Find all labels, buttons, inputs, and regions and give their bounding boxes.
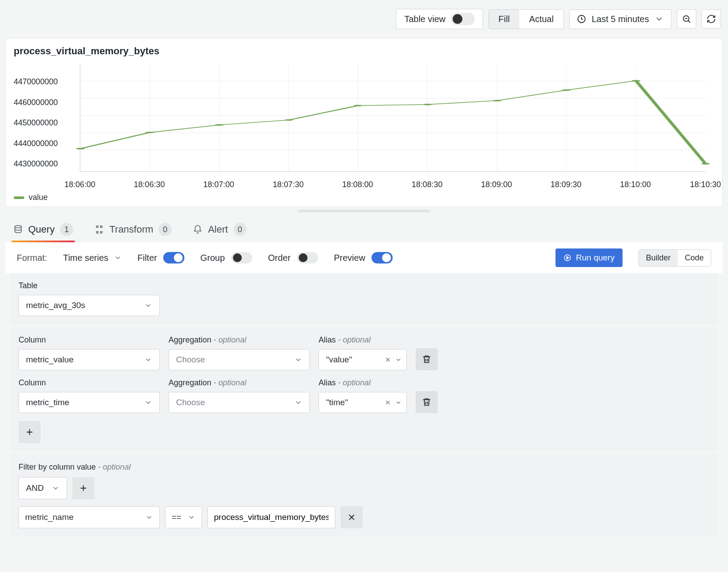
delete-row-button[interactable]	[416, 391, 438, 413]
tab-transform[interactable]: Transform 0	[94, 223, 172, 242]
add-column-button[interactable]	[19, 421, 41, 443]
table-section: Table metric_avg_30s	[11, 273, 717, 324]
table-select[interactable]: metric_avg_30s	[19, 295, 160, 316]
aggregation-select[interactable]: Choose	[169, 349, 310, 370]
column-label: Column	[19, 378, 160, 388]
chevron-down-icon	[114, 254, 122, 262]
bottom-tabs: Query 1 Transform 0 Alert 0	[5, 212, 723, 242]
filter-label: Filter	[138, 253, 157, 263]
legend-label: value	[29, 193, 48, 202]
aggregation-label: Aggregation - optional	[169, 335, 310, 345]
preview-label: Preview	[334, 253, 365, 263]
zoom-out-icon	[682, 14, 691, 24]
format-value: Time series	[63, 253, 109, 263]
svg-point-6	[215, 124, 224, 125]
svg-point-10	[493, 100, 502, 101]
format-label: Format:	[17, 253, 47, 263]
table-view-switch[interactable]: Table view	[396, 9, 483, 29]
plus-icon	[25, 427, 34, 437]
order-label: Order	[268, 253, 291, 263]
refresh-button[interactable]	[702, 9, 721, 29]
filter-operator-value: ==	[172, 512, 181, 522]
delete-row-button[interactable]	[416, 348, 438, 370]
run-query-button[interactable]: Run query	[555, 248, 623, 267]
filter-operator-select[interactable]: ==	[165, 506, 202, 528]
fill-option[interactable]: Fill	[489, 10, 520, 29]
filter-value-input-wrap	[207, 506, 335, 528]
x-tick-label: 18:09:00	[481, 180, 512, 189]
aggregation-placeholder: Choose	[176, 355, 205, 365]
table-label: Table	[19, 281, 709, 290]
alias-input[interactable]: "time"	[319, 392, 407, 413]
chevron-down-icon	[145, 513, 153, 521]
chart-title: process_virtual_memory_bytes	[14, 45, 714, 57]
column-label: Column	[19, 335, 160, 345]
svg-point-5	[146, 132, 154, 133]
chart-legend: value	[14, 193, 714, 202]
svg-point-12	[632, 80, 641, 81]
alias-input[interactable]: "value"	[319, 349, 407, 370]
order-toggle[interactable]	[297, 252, 318, 263]
columns-section: Column metric_value Aggregation - option…	[11, 327, 717, 451]
filter-toggle[interactable]	[163, 252, 184, 263]
aggregation-select[interactable]: Choose	[169, 392, 310, 413]
trash-icon	[422, 354, 432, 364]
chevron-down-icon	[654, 14, 664, 24]
column-select[interactable]: metric_value	[19, 349, 160, 370]
trash-icon	[422, 397, 432, 407]
filter-column-select[interactable]: metric_name	[19, 506, 160, 528]
table-view-toggle[interactable]	[451, 13, 475, 25]
tab-query[interactable]: Query 1	[13, 223, 73, 242]
table-value: metric_avg_30s	[26, 301, 85, 310]
column-row: Column metric_time Aggregation - optiona…	[19, 378, 709, 413]
column-value: metric_value	[26, 355, 74, 365]
chevron-down-icon[interactable]	[395, 356, 402, 363]
preview-toggle[interactable]	[372, 252, 393, 263]
x-tick-label: 18:06:30	[134, 180, 165, 189]
chart-area[interactable]: 4470000000 4460000000 4450000000 4440000…	[14, 61, 714, 189]
add-filter-button[interactable]	[72, 477, 94, 499]
code-option[interactable]: Code	[678, 250, 711, 266]
x-tick-label: 18:10:00	[620, 180, 651, 189]
tab-label: Transform	[109, 224, 153, 235]
chevron-down-icon[interactable]	[395, 399, 402, 406]
column-row: Column metric_value Aggregation - option…	[19, 335, 709, 370]
plus-icon	[79, 483, 88, 493]
column-select[interactable]: metric_time	[19, 392, 160, 413]
chevron-down-icon	[144, 301, 152, 309]
actual-option[interactable]: Actual	[519, 10, 563, 29]
filter-section-label: Filter by column value - optional	[19, 463, 709, 472]
filter-conjunction-value: AND	[26, 483, 44, 493]
aggregation-label: Aggregation - optional	[169, 378, 310, 388]
fill-actual-segment: Fill Actual	[488, 9, 564, 29]
run-query-label: Run query	[576, 253, 615, 263]
x-tick-label: 18:07:30	[273, 180, 304, 189]
column-value: metric_time	[26, 398, 69, 407]
filter-column-value: metric_name	[25, 512, 74, 522]
builder-code-segment: Builder Code	[638, 249, 711, 267]
group-label: Group	[200, 253, 225, 263]
play-icon	[563, 254, 571, 262]
svg-point-8	[354, 105, 363, 106]
zoom-out-button[interactable]	[677, 9, 696, 29]
filter-conjunction-select[interactable]: AND	[19, 477, 67, 499]
x-tick-label: 18:10:30	[690, 180, 721, 189]
top-toolbar: Table view Fill Actual Last 5 minutes	[5, 9, 723, 38]
filter-value-input[interactable]	[214, 512, 329, 522]
builder-option[interactable]: Builder	[639, 250, 678, 266]
time-range-picker[interactable]: Last 5 minutes	[569, 9, 672, 29]
clear-icon[interactable]	[384, 399, 391, 406]
chart-panel: process_virtual_memory_bytes 4470000000 …	[5, 38, 723, 207]
group-toggle[interactable]	[231, 252, 252, 263]
chevron-down-icon	[52, 484, 60, 492]
remove-filter-button[interactable]	[341, 506, 363, 528]
query-options-row: Format: Time series Filter Group Order P…	[5, 242, 723, 273]
svg-point-7	[284, 119, 293, 120]
legend-swatch	[14, 196, 24, 199]
chevron-down-icon	[188, 513, 195, 521]
clear-icon[interactable]	[384, 356, 391, 363]
y-tick-label: 4450000000	[14, 118, 58, 128]
tab-alert[interactable]: Alert 0	[193, 223, 246, 242]
y-tick-label: 4460000000	[14, 98, 58, 107]
format-select[interactable]: Time series	[63, 253, 122, 263]
